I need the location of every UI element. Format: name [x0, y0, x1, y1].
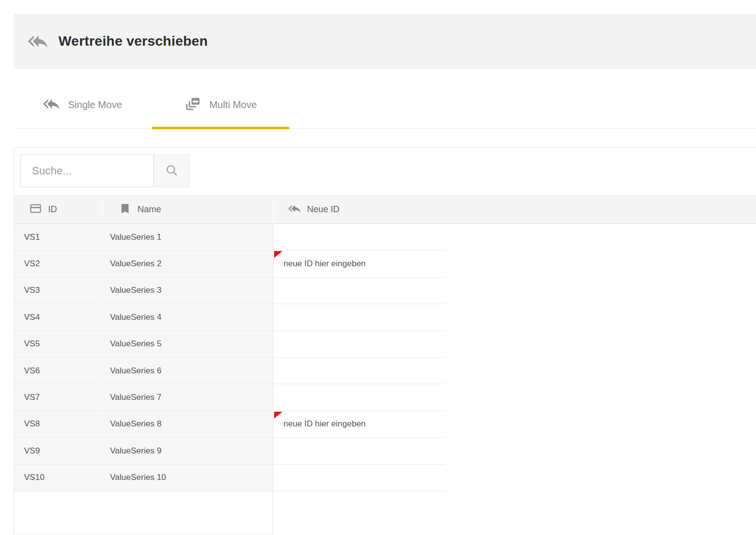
tab-multi-move[interactable]: Multi Move — [152, 82, 290, 128]
bookmark-icon — [119, 202, 131, 217]
cell-neue-id-input[interactable]: neue ID hier eingeben — [273, 251, 445, 277]
cell-name: ValueSeries 1 — [101, 224, 273, 251]
cell-id: VS2 — [14, 251, 101, 277]
table-row: VS5 ValueSeries 5 — [14, 331, 445, 358]
cell-id: VS3 — [14, 278, 101, 304]
cell-name: ValueSeries 4 — [101, 304, 273, 331]
cell-id: VS9 — [14, 438, 101, 464]
cell-id: VS6 — [14, 358, 101, 384]
reply-all-icon — [288, 202, 301, 217]
tab-label: Single Move — [68, 99, 122, 111]
cell-id: VS10 — [14, 465, 101, 491]
cell-neue-id-input[interactable] — [273, 358, 445, 384]
search-button[interactable] — [154, 154, 190, 187]
table-row: VS1 ValueSeries 1 — [14, 224, 445, 251]
cell-id: VS8 — [14, 411, 101, 438]
table-row: VS7 ValueSeries 7 — [14, 384, 445, 411]
cell-neue-id-input[interactable]: neue ID hier eingeben — [273, 411, 445, 438]
tab-label: Multi Move — [209, 99, 257, 111]
table-row: VS8 ValueSeries 8 neue ID hier eingeben — [14, 411, 445, 438]
active-tab-indicator — [152, 127, 289, 129]
column-header-name: Name — [101, 196, 273, 224]
card-icon — [29, 202, 42, 217]
modified-marker-icon — [274, 411, 282, 421]
column-label: ID — [48, 204, 57, 215]
neue-id-placeholder-text: neue ID hier eingeben — [283, 259, 365, 269]
cell-name: ValueSeries 5 — [101, 331, 273, 358]
wertreihe-verschieben-page: Wertreihe verschieben Single Move Multi … — [0, 0, 756, 535]
column-header-id: ID — [14, 196, 101, 224]
cell-id: VS1 — [14, 224, 101, 251]
table-row: VS10 ValueSeries 10 — [14, 465, 445, 491]
page-header: Wertreihe verschieben — [14, 14, 756, 69]
search-input[interactable] — [20, 154, 154, 187]
cell-name: ValueSeries 2 — [101, 251, 273, 277]
cell-name: ValueSeries 8 — [101, 411, 273, 438]
cell-neue-id-input[interactable] — [273, 278, 445, 304]
cell-neue-id-input[interactable] — [273, 331, 445, 358]
tab-bar: Single Move Multi Move — [14, 82, 756, 129]
table-header-row: ID Name Neue ID — [14, 195, 756, 224]
cell-name: ValueSeries 9 — [101, 438, 273, 464]
cell-id: VS7 — [14, 384, 101, 411]
cell-name: ValueSeries 10 — [101, 465, 273, 491]
table-row: VS4 ValueSeries 4 — [14, 304, 445, 331]
search-icon — [165, 164, 178, 178]
cell-neue-id-input[interactable] — [273, 465, 445, 491]
cell-id: VS5 — [14, 331, 101, 358]
column-label: Neue ID — [307, 204, 339, 215]
reply-all-icon — [43, 96, 59, 114]
table-column-divider — [14, 491, 273, 535]
cell-neue-id-input[interactable] — [273, 224, 445, 251]
cell-neue-id-input[interactable] — [273, 304, 445, 331]
cell-name: ValueSeries 3 — [101, 278, 273, 304]
column-label: Name — [138, 204, 161, 215]
table-row: VS3 ValueSeries 3 — [14, 278, 445, 304]
cell-neue-id-input[interactable] — [273, 384, 445, 411]
multi-move-panel: ID Name Neue ID VS1 ValueSeries 1 — [14, 147, 756, 535]
dynamic-feed-icon — [185, 96, 201, 114]
page-title: Wertreihe verschieben — [58, 33, 208, 49]
neue-id-placeholder-text: neue ID hier eingeben — [283, 419, 365, 429]
tab-single-move[interactable]: Single Move — [14, 82, 152, 128]
cell-name: ValueSeries 6 — [101, 358, 273, 384]
cell-name: ValueSeries 7 — [101, 384, 273, 411]
reply-all-icon[interactable] — [28, 31, 48, 51]
table-body: VS1 ValueSeries 1 VS2 ValueSeries 2 neue… — [14, 224, 445, 491]
modified-marker-icon — [274, 251, 282, 260]
table-row: VS6 ValueSeries 6 — [14, 358, 445, 384]
search-bar — [20, 154, 190, 187]
table-row: VS9 ValueSeries 9 — [14, 438, 445, 464]
cell-id: VS4 — [14, 304, 101, 331]
cell-neue-id-input[interactable] — [273, 438, 445, 464]
column-header-neue-id: Neue ID — [273, 196, 756, 224]
table-row: VS2 ValueSeries 2 neue ID hier eingeben — [14, 251, 445, 277]
